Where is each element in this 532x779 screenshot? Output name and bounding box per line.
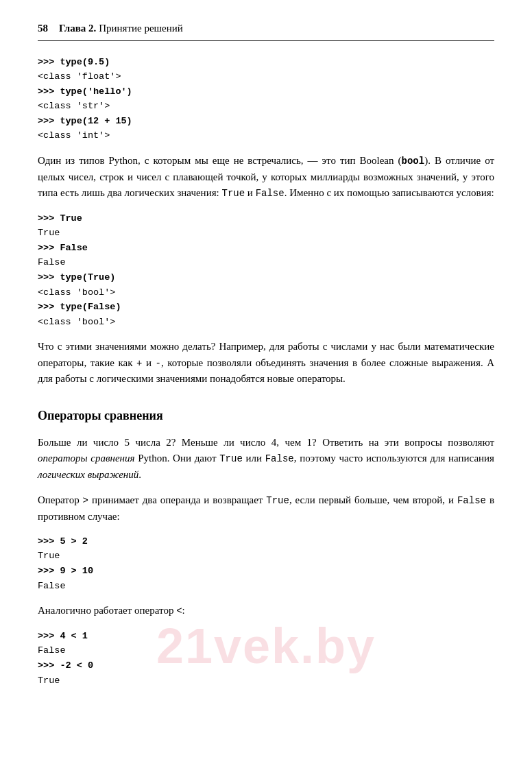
italic-text: логических выражений: [38, 469, 138, 480]
code-prompt: >>> -2 < 0: [38, 660, 93, 671]
code-line: False: [38, 643, 494, 658]
code-line: True: [38, 549, 494, 564]
code-output: <class 'str'>: [38, 101, 110, 111]
inline-code: True: [219, 453, 243, 464]
code-output: <class 'float'>: [38, 71, 121, 82]
code-line: <class 'float'>: [38, 69, 494, 84]
code-prompt: >>> type(9.5): [38, 57, 110, 67]
code-line: True: [38, 226, 494, 241]
code-prompt: >>> type(False): [38, 302, 121, 312]
code-output: <class 'bool'>: [38, 317, 115, 327]
code-block-1: >>> type(9.5) <class 'float'> >>> type('…: [38, 55, 494, 144]
code-line: False: [38, 579, 494, 594]
code-output: <class 'int'>: [38, 130, 110, 141]
italic-text: операторы сравнения: [38, 453, 135, 464]
code-prompt: >>> type(12 + 15): [38, 116, 132, 126]
code-prompt: >>> 4 < 1: [38, 631, 88, 641]
paragraph-5: Аналогично работает оператор <:: [38, 603, 494, 619]
code-prompt: >>> 5 > 2: [38, 536, 88, 547]
code-line: >>> 4 < 1: [38, 629, 494, 644]
code-output: False: [38, 645, 66, 656]
paragraph-1: Один из типов Python, с которым мы еще н…: [38, 153, 494, 202]
code-line: >>> type(True): [38, 270, 494, 285]
code-prompt: >>> False: [38, 243, 88, 253]
code-line: True: [38, 673, 494, 688]
inline-code: False: [265, 453, 294, 464]
code-output: False: [38, 581, 66, 591]
code-line: >>> True: [38, 211, 494, 226]
code-line: <class 'str'>: [38, 99, 494, 114]
code-prompt: >>> type(True): [38, 272, 115, 283]
code-output: True: [38, 675, 60, 686]
page-header: 58 Глава 2. Принятие решений: [38, 21, 494, 41]
inline-code: >: [83, 495, 88, 506]
paragraph-3: Больше ли число 5 числа 2? Меньше ли чис…: [38, 435, 494, 483]
code-prompt: >>> True: [38, 213, 82, 224]
inline-code: False: [256, 188, 285, 199]
chapter-title: Принятие решений: [96, 23, 182, 34]
code-output: True: [38, 551, 60, 561]
inline-code: True: [221, 188, 245, 199]
code-output: True: [38, 228, 60, 238]
inline-code: <: [176, 606, 182, 616]
page-number: 58: [38, 21, 48, 36]
chapter-label-bold: Глава 2.: [59, 23, 96, 34]
inline-code: False: [457, 495, 486, 506]
code-prompt: >>> type('hello'): [38, 86, 132, 97]
code-line: >>> 9 > 10: [38, 564, 494, 579]
section-title: Операторы сравнения: [38, 407, 494, 425]
code-block-2: >>> True True >>> False False >>> type(T…: [38, 211, 494, 330]
paragraph-4: Оператор > принимает два операнда и возв…: [38, 492, 494, 525]
code-line: >>> type(False): [38, 300, 494, 315]
page: 58 Глава 2. Принятие решений >>> type(9.…: [0, 0, 532, 779]
code-line: >>> False: [38, 241, 494, 256]
code-block-3: >>> 5 > 2 True >>> 9 > 10 False: [38, 534, 494, 593]
code-line: <class 'bool'>: [38, 315, 494, 330]
code-line: >>> -2 < 0: [38, 658, 494, 673]
code-line: >>> type(9.5): [38, 55, 494, 70]
inline-code: True: [266, 495, 289, 506]
chapter-label: Глава 2. Принятие решений: [59, 21, 183, 36]
code-line: False: [38, 255, 494, 270]
inline-code: +: [136, 358, 142, 369]
inline-code: -: [156, 358, 161, 369]
code-line: <class 'bool'>: [38, 285, 494, 300]
code-line: >>> type(12 + 15): [38, 114, 494, 129]
inline-code: bool: [402, 156, 425, 167]
code-block-4: >>> 4 < 1 False >>> -2 < 0 True: [38, 629, 494, 688]
code-line: >>> type('hello'): [38, 84, 494, 99]
code-prompt: >>> 9 > 10: [38, 566, 93, 576]
code-line: >>> 5 > 2: [38, 534, 494, 549]
code-line: <class 'int'>: [38, 128, 494, 143]
code-output: <class 'bool'>: [38, 287, 115, 298]
code-output: False: [38, 257, 66, 267]
paragraph-2: Что с этими значениями можно делать? Нап…: [38, 339, 494, 387]
